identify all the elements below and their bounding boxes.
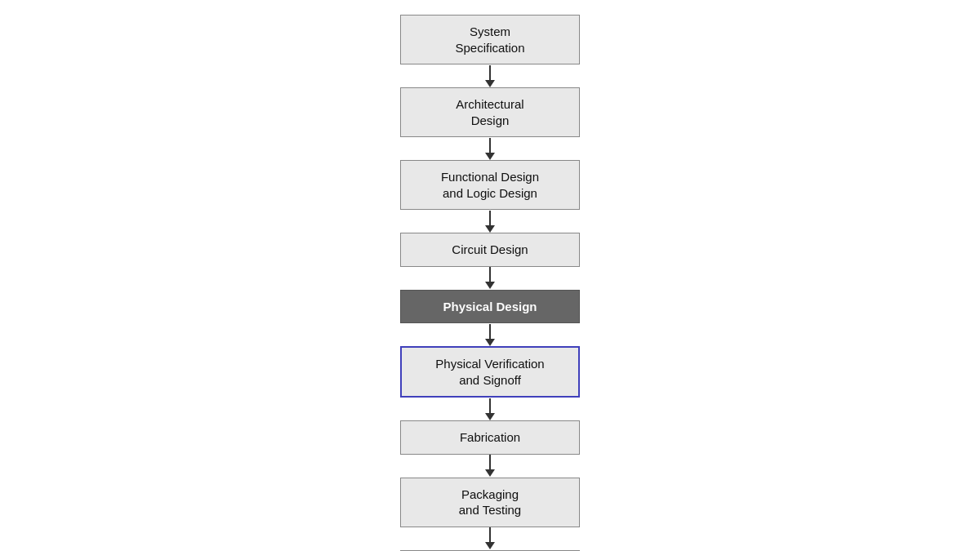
flow-box-physical-verification: Physical Verification and Signoff [400, 346, 580, 398]
flow-box-fabrication: Fabrication [400, 420, 580, 455]
arrow-line [489, 138, 491, 153]
arrow-head [485, 80, 495, 87]
arrow-head [485, 339, 495, 346]
arrow-head [485, 153, 495, 160]
arrow-0 [485, 64, 495, 87]
arrow-line [489, 527, 491, 542]
arrow-7 [485, 527, 495, 550]
arrow-line [489, 211, 491, 225]
flow-box-functional-design: Functional Design and Logic Design [400, 160, 580, 210]
arrow-head [485, 225, 495, 233]
flowchart: System SpecificationArchitectural Design… [392, 7, 588, 551]
flow-box-physical-design: Physical Design [400, 290, 580, 324]
arrow-2 [485, 210, 495, 233]
arrow-line [489, 267, 491, 282]
arrow-head [485, 542, 495, 549]
flow-box-packaging-testing: Packaging and Testing [400, 478, 580, 527]
arrow-1 [485, 137, 495, 160]
arrow-line [489, 65, 491, 80]
arrow-6 [485, 455, 495, 478]
arrow-head [485, 413, 495, 420]
arrow-line [489, 398, 491, 413]
arrow-head [485, 469, 495, 477]
arrow-5 [485, 398, 495, 420]
flow-box-system-spec: System Specification [400, 15, 580, 64]
arrow-head [485, 282, 495, 289]
flow-box-architectural-design: Architectural Design [400, 87, 580, 137]
arrow-3 [485, 267, 495, 290]
arrow-4 [485, 323, 495, 346]
arrow-line [489, 324, 491, 339]
flow-box-circuit-design: Circuit Design [400, 233, 580, 267]
arrow-line [489, 455, 491, 469]
